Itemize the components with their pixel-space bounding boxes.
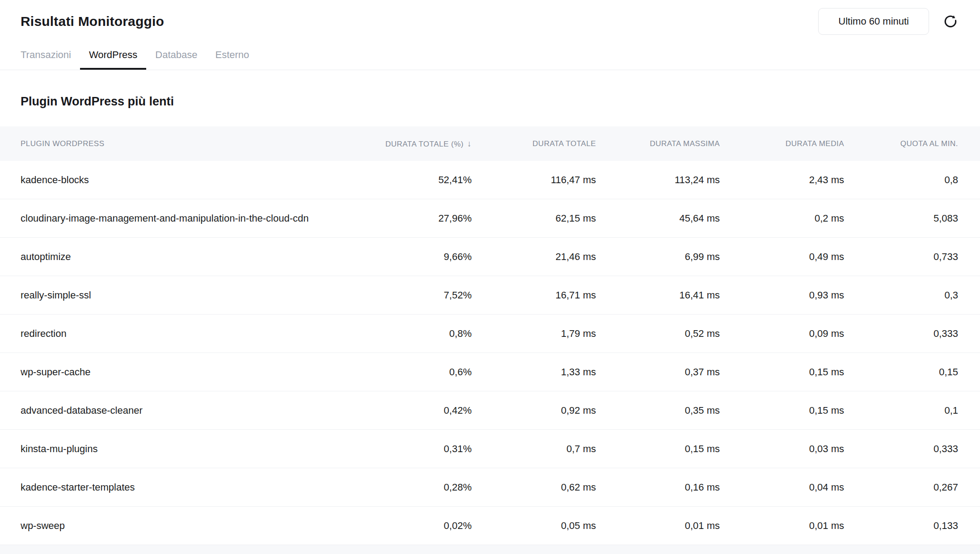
cell-durata-totale: 21,46 ms [472, 238, 596, 276]
table-row: autoptimize9,66%21,46 ms6,99 ms0,49 ms0,… [0, 238, 980, 276]
cell-plugin: autoptimize [0, 238, 349, 276]
column-header-quota-al-min[interactable]: QUOTA AL MIN. [844, 126, 980, 161]
cell-durata-massima: 0,52 ms [596, 315, 720, 353]
refresh-button[interactable] [942, 13, 959, 30]
tab-esterno[interactable]: Esterno [207, 43, 258, 70]
cell-durata-media: 0,04 ms [720, 468, 844, 507]
cell-durata-media: 0,49 ms [720, 238, 844, 276]
cell-durata-totale: 1,79 ms [472, 315, 596, 353]
cell-durata-totale-pct: 0,31% [349, 430, 472, 468]
tab-bar: Transazioni WordPress Database Esterno [0, 43, 980, 70]
cell-quota-al-min: 0,15 [844, 353, 980, 391]
table-row: kadence-starter-templates0,28%0,62 ms0,1… [0, 468, 980, 507]
sort-desc-icon: ↓ [467, 139, 472, 149]
cell-durata-massima: 0,35 ms [596, 391, 720, 430]
time-range-button[interactable]: Ultimo 60 minuti [818, 8, 929, 35]
cell-durata-media: 0,01 ms [720, 507, 844, 545]
cell-plugin: cloudinary-image-management-and-manipula… [0, 199, 349, 238]
cell-quota-al-min: 0,333 [844, 315, 980, 353]
cell-durata-massima: 6,99 ms [596, 238, 720, 276]
cell-durata-totale-pct: 27,96% [349, 199, 472, 238]
cell-durata-totale-pct: 9,66% [349, 238, 472, 276]
cell-durata-massima: 0,37 ms [596, 353, 720, 391]
cell-quota-al-min: 5,083 [844, 199, 980, 238]
cell-durata-massima: 0,15 ms [596, 430, 720, 468]
cell-quota-al-min: 0,8 [844, 161, 980, 199]
cell-durata-media: 0,93 ms [720, 276, 844, 315]
cell-plugin: kadence-blocks [0, 161, 349, 199]
table-row: really-simple-ssl7,52%16,71 ms16,41 ms0,… [0, 276, 980, 315]
column-header-durata-totale[interactable]: DURATA TOTALE [472, 126, 596, 161]
cell-plugin: kadence-starter-templates [0, 468, 349, 507]
cell-durata-totale: 16,71 ms [472, 276, 596, 315]
cell-durata-media: 0,15 ms [720, 391, 844, 430]
table-header: PLUGIN WORDPRESS DURATA TOTALE (%)↓ DURA… [0, 126, 980, 161]
topbar-controls: Ultimo 60 minuti [818, 8, 959, 35]
cell-durata-totale: 0,62 ms [472, 468, 596, 507]
cell-durata-massima: 113,24 ms [596, 161, 720, 199]
table-row: kinsta-mu-plugins0,31%0,7 ms0,15 ms0,03 … [0, 430, 980, 468]
table-row: redirection0,8%1,79 ms0,52 ms0,09 ms0,33… [0, 315, 980, 353]
cell-durata-totale: 1,33 ms [472, 353, 596, 391]
column-header-label: DURATA TOTALE (%) [385, 140, 464, 148]
plugins-table: PLUGIN WORDPRESS DURATA TOTALE (%)↓ DURA… [0, 126, 980, 545]
cell-durata-totale-pct: 0,6% [349, 353, 472, 391]
cell-durata-totale-pct: 7,52% [349, 276, 472, 315]
cell-durata-totale: 62,15 ms [472, 199, 596, 238]
tab-transazioni[interactable]: Transazioni [12, 43, 80, 70]
cell-durata-totale-pct: 0,8% [349, 315, 472, 353]
cell-durata-totale-pct: 0,02% [349, 507, 472, 545]
table-row: cloudinary-image-management-and-manipula… [0, 199, 980, 238]
table-row: wp-super-cache0,6%1,33 ms0,37 ms0,15 ms0… [0, 353, 980, 391]
column-header-plugin-wordpress[interactable]: PLUGIN WORDPRESS [0, 126, 349, 161]
cell-durata-media: 0,15 ms [720, 353, 844, 391]
cell-quota-al-min: 0,733 [844, 238, 980, 276]
refresh-icon [943, 14, 958, 29]
cell-quota-al-min: 0,133 [844, 507, 980, 545]
cell-durata-totale-pct: 0,42% [349, 391, 472, 430]
tab-wordpress[interactable]: WordPress [80, 43, 146, 70]
column-header-durata-totale-pct[interactable]: DURATA TOTALE (%)↓ [349, 126, 472, 161]
cell-durata-totale: 116,47 ms [472, 161, 596, 199]
table-row: kadence-blocks52,41%116,47 ms113,24 ms2,… [0, 161, 980, 199]
cell-durata-media: 0,03 ms [720, 430, 844, 468]
cell-plugin: wp-super-cache [0, 353, 349, 391]
cell-durata-massima: 0,16 ms [596, 468, 720, 507]
cell-plugin: really-simple-ssl [0, 276, 349, 315]
table-row: wp-sweep0,02%0,05 ms0,01 ms0,01 ms0,133 [0, 507, 980, 545]
cell-durata-totale: 0,92 ms [472, 391, 596, 430]
cell-quota-al-min: 0,267 [844, 468, 980, 507]
topbar: Risultati Monitoraggio Ultimo 60 minuti [0, 0, 980, 36]
cell-durata-totale: 0,7 ms [472, 430, 596, 468]
cell-durata-media: 0,2 ms [720, 199, 844, 238]
table-header-row: PLUGIN WORDPRESS DURATA TOTALE (%)↓ DURA… [0, 126, 980, 161]
table-footer-strip [0, 545, 980, 554]
tab-database[interactable]: Database [146, 43, 206, 70]
cell-durata-totale-pct: 52,41% [349, 161, 472, 199]
column-header-durata-media[interactable]: DURATA MEDIA [720, 126, 844, 161]
section-heading: Plugin WordPress più lenti [21, 94, 959, 109]
column-header-durata-massima[interactable]: DURATA MASSIMA [596, 126, 720, 161]
cell-plugin: redirection [0, 315, 349, 353]
cell-durata-massima: 16,41 ms [596, 276, 720, 315]
cell-quota-al-min: 0,333 [844, 430, 980, 468]
cell-durata-totale-pct: 0,28% [349, 468, 472, 507]
cell-plugin: wp-sweep [0, 507, 349, 545]
cell-durata-media: 0,09 ms [720, 315, 844, 353]
page-title: Risultati Monitoraggio [21, 14, 164, 29]
monitoring-results-page: Risultati Monitoraggio Ultimo 60 minuti … [0, 0, 980, 554]
cell-durata-massima: 45,64 ms [596, 199, 720, 238]
cell-plugin: advanced-database-cleaner [0, 391, 349, 430]
table-body: kadence-blocks52,41%116,47 ms113,24 ms2,… [0, 161, 980, 545]
cell-durata-media: 2,43 ms [720, 161, 844, 199]
cell-quota-al-min: 0,3 [844, 276, 980, 315]
table-row: advanced-database-cleaner0,42%0,92 ms0,3… [0, 391, 980, 430]
cell-durata-totale: 0,05 ms [472, 507, 596, 545]
cell-quota-al-min: 0,1 [844, 391, 980, 430]
cell-durata-massima: 0,01 ms [596, 507, 720, 545]
cell-plugin: kinsta-mu-plugins [0, 430, 349, 468]
